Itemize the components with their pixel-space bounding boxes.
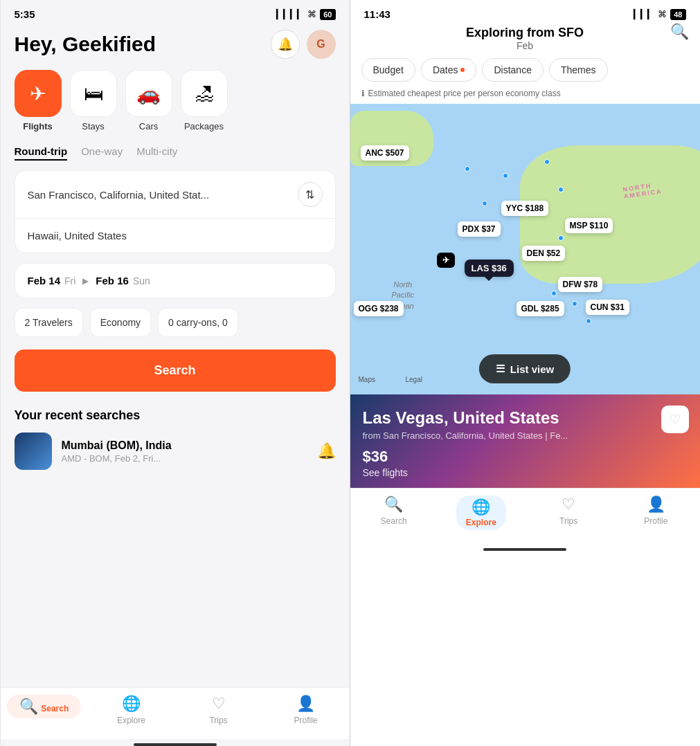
map-dot-2 [503,173,508,179]
destination-price: $36 [363,448,688,466]
list-view-button[interactable]: ☰ List view [479,354,571,383]
avatar-button[interactable]: G [307,30,336,59]
price-pin-anc[interactable]: ANC $507 [361,145,409,161]
right-battery: 48 [670,9,685,20]
travelers-option[interactable]: 2 Travelers [15,308,83,337]
right-status-icons: ▎▎▎ ⌘ 48 [634,9,685,20]
price-pin-pdx[interactable]: PDX $37 [458,221,501,237]
travel-options-row: 2 Travelers Economy 0 carry-ons, 0 [15,308,336,337]
service-tab-flights[interactable]: ✈ Flights [15,70,62,131]
nav-search-active-bg: 🔍 Search [7,695,81,718]
right-phone: 11:43 ▎▎▎ ⌘ 48 Exploring from SFO Feb 🔍 … [350,0,700,746]
date-picker[interactable]: Feb 14 Fri ▶ Feb 16 Sun [15,263,336,298]
notification-button[interactable]: 🔔 [271,30,300,59]
recent-search-item[interactable]: Mumbai (BOM), India AMD - BOM, Feb 2, Fr… [15,433,336,470]
right-nav-profile[interactable]: 👤 Profile [612,495,699,530]
date-arrow-icon: ▶ [82,276,89,286]
sfo-pin: ✈ [437,253,455,268]
map-dot-11 [572,301,577,307]
recent-alert-icon[interactable]: 🔔 [317,442,336,460]
destination-field[interactable]: Hawaii, United States [15,218,335,253]
left-home-indicator [134,743,217,746]
map-dot-3 [544,159,550,165]
search-nav-label: Search [41,704,69,713]
service-tab-stays[interactable]: 🛏 Stays [70,70,117,131]
price-pin-gdl[interactable]: GDL $285 [517,301,564,316]
left-status-bar: 5:35 ▎▎▎▎ ⌘ 60 [1,0,350,23]
explore-map[interactable]: NorthPacificOcean NORTHAMERICA ANC $507 … [350,104,700,394]
carryon-option[interactable]: 0 carry-ons, 0 [158,308,238,337]
filter-budget-label: Budget [373,64,404,75]
depart-date: Feb 14 Fri [28,275,76,286]
trips-nav-label: Trips [209,716,227,725]
see-flights-link[interactable]: See flights [363,467,688,478]
right-nav-explore[interactable]: 🌐 Explore [438,495,525,530]
origin-field[interactable]: San Francisco, California, United Stat..… [15,171,335,218]
filter-row: Budget Dates Distance Themes [350,58,700,89]
left-wifi-icon: ⌘ [307,9,316,19]
return-date: Feb 16 Sun [96,275,150,286]
right-status-bar: 11:43 ▎▎▎ ⌘ 48 [350,0,700,23]
explore-nav-icon: 🌐 [122,695,141,713]
search-button[interactable]: Search [15,349,336,392]
favorite-button[interactable]: ♡ [661,406,689,433]
filter-dates-label: Dates [433,64,458,75]
origin-value: San Francisco, California, United Stat..… [28,189,210,201]
profile-nav-label: Profile [294,716,317,725]
left-header: Hey, Geekified 🔔 G [15,30,336,59]
left-status-icons: ▎▎▎▎ ⌘ 60 [276,9,335,20]
flights-label: Flights [23,121,53,131]
explore-subtitle: Feb [364,40,686,51]
explore-search-button[interactable]: 🔍 [670,23,689,41]
class-option[interactable]: Economy [90,308,151,337]
right-search-nav-icon: 🔍 [384,495,403,513]
list-view-label: List view [510,363,554,375]
price-pin-yyc[interactable]: YYC $188 [501,201,549,216]
return-day: Sun [133,275,150,286]
map-dot-14 [586,318,591,324]
price-pin-den[interactable]: DEN $52 [522,246,566,261]
nav-trips[interactable]: ♡ Trips [175,695,262,725]
round-trip-option[interactable]: Round-trip [15,145,68,161]
multi-city-option[interactable]: Multi-city [136,145,177,161]
nav-explore[interactable]: 🌐 Explore [88,695,175,725]
nav-search[interactable]: 🔍 Search [1,695,88,725]
one-way-option[interactable]: One-way [81,145,123,161]
price-pin-las[interactable]: LAS $36 [465,260,514,277]
right-search-nav-label: Search [381,516,407,526]
right-explore-nav-icon: 🌐 [472,498,490,516]
cars-label: Cars [139,121,158,131]
filter-dates[interactable]: Dates [421,58,477,82]
info-icon: ℹ [361,89,365,98]
destination-city: Las Vegas, United States [363,408,688,428]
right-trips-nav-icon: ♡ [562,495,575,513]
filter-budget[interactable]: Budget [361,58,415,82]
right-home-indicator [483,548,566,551]
service-tab-cars[interactable]: 🚗 Cars [125,70,172,131]
right-nav-search[interactable]: 🔍 Search [350,495,438,530]
filter-distance[interactable]: Distance [482,58,543,82]
swap-button[interactable]: ⇅ [298,182,323,207]
filter-themes[interactable]: Themes [549,58,608,82]
map-dot-1 [465,166,470,172]
list-view-icon: ☰ [496,363,505,375]
service-tab-packages[interactable]: 🏖 Packages [181,70,228,131]
map-dot-5 [482,201,487,206]
price-pin-dfw[interactable]: DFW $78 [558,277,603,292]
right-explore-active-bg: 🌐 Explore [456,495,506,530]
cars-icon-box: 🚗 [125,70,172,117]
stays-label: Stays [82,121,105,131]
price-pin-msp[interactable]: MSP $110 [565,218,613,233]
price-pin-ogg[interactable]: OGG $238 [354,301,404,316]
recent-search-info: Mumbai (BOM), India AMD - BOM, Feb 2, Fr… [62,439,307,464]
depart-date-value: Feb 14 [28,275,61,286]
trip-type-selector: Round-trip One-way Multi-city [15,145,336,161]
flights-icon-box: ✈ [15,70,62,117]
greeting-text: Hey, Geekified [15,33,156,57]
price-pin-cun[interactable]: CUN $31 [586,300,629,315]
nav-profile[interactable]: 👤 Profile [262,695,350,725]
right-nav-trips[interactable]: ♡ Trips [525,495,612,530]
recent-destination-detail: AMD - BOM, Feb 2, Fri... [62,453,307,464]
price-note-text: Estimated cheapest price per person econ… [368,89,561,98]
right-wifi-icon: ⌘ [658,9,667,19]
